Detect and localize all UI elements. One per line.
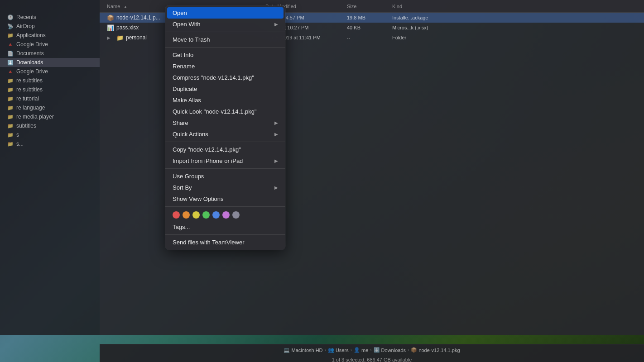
- size-col-label: Size: [347, 4, 356, 9]
- menu-item-get-info[interactable]: Get Info: [165, 49, 285, 61]
- sidebar-label-google-drive: Google Drive: [16, 41, 48, 48]
- menu-separator: [165, 47, 285, 48]
- tag-dot-orange[interactable]: [183, 211, 190, 219]
- menu-item-open[interactable]: Open: [167, 7, 284, 19]
- menu-item-compress[interactable]: Compress "node-v12.14.1.pkg": [165, 72, 285, 83]
- sidebar-icon-recents: 🕐: [7, 14, 14, 20]
- sort-indicator: ▲: [123, 5, 127, 9]
- menu-item-sort-by[interactable]: Sort By▶: [165, 182, 285, 193]
- menu-item-duplicate[interactable]: Duplicate: [165, 83, 285, 95]
- menu-label-open-with: Open With: [173, 21, 200, 28]
- tag-dot-red[interactable]: [173, 211, 180, 219]
- tag-dot-gray[interactable]: [232, 211, 240, 219]
- sidebar-label-airdrop: AirDrop: [16, 23, 35, 29]
- file-icon-1: 📊: [107, 24, 114, 31]
- sidebar-item-downloads[interactable]: ⬇️Downloads: [0, 58, 100, 67]
- menu-item-move-to-trash[interactable]: Move to Trash: [165, 34, 285, 45]
- sidebar-item-subtitles3[interactable]: 📁subtitles: [0, 121, 100, 130]
- col-size-header[interactable]: Size: [347, 4, 392, 9]
- breadcrumb-sep: ›: [408, 348, 409, 352]
- sidebar-label-s: s: [16, 132, 19, 138]
- sidebar-item-s[interactable]: 📁s: [0, 130, 100, 139]
- tag-dot-green[interactable]: [202, 211, 210, 219]
- menu-label-quick-actions: Quick Actions: [173, 131, 208, 138]
- menu-item-use-groups[interactable]: Use Groups: [165, 171, 285, 182]
- sidebar-item-recents[interactable]: 🕐Recents: [0, 13, 100, 22]
- tag-dot-yellow[interactable]: [192, 211, 200, 219]
- sidebar-icon-google-drive: 🔺: [7, 41, 14, 48]
- sidebar-label-subtitles2: re subtitles: [16, 86, 43, 93]
- menu-item-open-with[interactable]: Open With▶: [165, 19, 285, 30]
- submenu-arrow-import-iphone: ▶: [274, 158, 278, 163]
- menu-item-share[interactable]: Share▶: [165, 117, 285, 129]
- submenu-arrow-quick-actions: ▶: [274, 132, 278, 137]
- row-kind-1: Micros...k (.xlsx): [392, 25, 637, 30]
- breadcrumb-item-3[interactable]: ⬇️Downloads: [374, 347, 406, 353]
- breadcrumb-icon-1: 👥: [328, 347, 334, 353]
- menu-separator: [165, 206, 285, 207]
- row-size-1: 40 KB: [347, 25, 392, 30]
- name-col-label: Name: [107, 4, 120, 9]
- sidebar-icon-documents: 📄: [7, 50, 14, 57]
- row-size-2: --: [347, 35, 392, 40]
- tag-dot-purple[interactable]: [222, 211, 230, 219]
- sidebar-item-applications[interactable]: 📁Applications: [0, 31, 100, 40]
- status-bar-inner: 💻Macintosh HD›👥Users›👤me›⬇️Downloads›📦no…: [284, 344, 460, 362]
- sidebar-label-subtitles3: subtitles: [16, 123, 36, 129]
- breadcrumb-sep: ›: [370, 348, 371, 352]
- row-filename-0: node-v12.14.1.p...: [116, 14, 160, 21]
- submenu-arrow-sort-by: ▶: [274, 185, 278, 190]
- sidebar-icon-applications: 📁: [7, 32, 14, 38]
- status-bar: 💻Macintosh HD›👥Users›👤me›⬇️Downloads›📦no…: [100, 344, 644, 362]
- tag-dot-blue[interactable]: [212, 211, 220, 219]
- sidebar-icon-subtitles2: 📁: [7, 86, 14, 93]
- menu-label-make-alias: Make Alias: [173, 97, 201, 104]
- sidebar-item-media-player[interactable]: 📁re media player: [0, 112, 100, 121]
- menu-label-rename: Rename: [173, 63, 195, 70]
- sidebar-item-subtitles2[interactable]: 📁re subtitles: [0, 85, 100, 94]
- context-menu: OpenOpen With▶Move to TrashGet InfoRenam…: [165, 5, 285, 250]
- menu-label-show-view-options: Show View Options: [173, 195, 224, 202]
- sidebar-item-more[interactable]: 📁s...: [0, 139, 100, 148]
- menu-item-copy[interactable]: Copy "node-v12.14.1.pkg": [165, 144, 285, 155]
- sidebar-label-language: re language: [16, 105, 45, 111]
- menu-label-import-iphone: Import from iPhone or iPad: [173, 157, 243, 164]
- sidebar-icon-subtitles3: 📁: [7, 123, 14, 129]
- menu-label-tags: Tags...: [173, 224, 190, 230]
- menu-item-show-view-options[interactable]: Show View Options: [165, 193, 285, 205]
- menu-label-get-info: Get Info: [173, 52, 193, 58]
- sidebar-item-google-drive2[interactable]: 🔺Google Drive: [0, 67, 100, 76]
- menu-item-rename[interactable]: Rename: [165, 61, 285, 72]
- menu-item-send-teamviewer[interactable]: Send files with TeamViewer: [165, 237, 285, 248]
- menu-item-import-iphone[interactable]: Import from iPhone or iPad▶: [165, 155, 285, 167]
- breadcrumb-item-4[interactable]: 📦node-v12.14.1.pkg: [411, 347, 460, 353]
- sidebar-item-tutorial[interactable]: 📁re tutorial: [0, 94, 100, 103]
- breadcrumb: 💻Macintosh HD›👥Users›👤me›⬇️Downloads›📦no…: [284, 344, 460, 356]
- breadcrumb-item-0[interactable]: 💻Macintosh HD: [284, 347, 322, 353]
- row-kind-0: Installe...ackage: [392, 15, 637, 20]
- sidebar-label-applications: Applications: [16, 32, 46, 38]
- sidebar-label-tutorial: re tutorial: [16, 95, 39, 102]
- breadcrumb-item-1[interactable]: 👥Users: [328, 347, 349, 353]
- menu-item-make-alias[interactable]: Make Alias: [165, 95, 285, 106]
- menu-separator: [165, 32, 285, 32]
- breadcrumb-sep: ›: [325, 348, 326, 352]
- file-icon-0: 📦: [107, 14, 114, 21]
- sidebar-item-documents[interactable]: 📄Documents: [0, 49, 100, 58]
- menu-item-quick-look[interactable]: Quick Look "node-v12.14.1.pkg": [165, 106, 285, 117]
- breadcrumb-icon-3: ⬇️: [374, 347, 380, 353]
- breadcrumb-icon-2: 👤: [354, 347, 360, 353]
- breadcrumb-icon-4: 📦: [411, 347, 417, 353]
- menu-label-copy: Copy "node-v12.14.1.pkg": [173, 146, 241, 153]
- menu-label-sort-by: Sort By: [173, 184, 192, 191]
- sidebar-icon-airdrop: 📡: [7, 23, 14, 29]
- menu-tags-row: [165, 209, 285, 221]
- breadcrumb-item-2[interactable]: 👤me: [354, 347, 368, 353]
- col-kind-header[interactable]: Kind: [392, 4, 637, 9]
- sidebar-item-google-drive[interactable]: 🔺Google Drive: [0, 40, 100, 49]
- sidebar-item-language[interactable]: 📁re language: [0, 103, 100, 112]
- menu-item-quick-actions[interactable]: Quick Actions▶: [165, 129, 285, 140]
- sidebar-item-subtitles1[interactable]: 📁re subtitles: [0, 76, 100, 85]
- sidebar-item-airdrop[interactable]: 📡AirDrop: [0, 22, 100, 31]
- menu-item-tags[interactable]: Tags...: [165, 221, 285, 233]
